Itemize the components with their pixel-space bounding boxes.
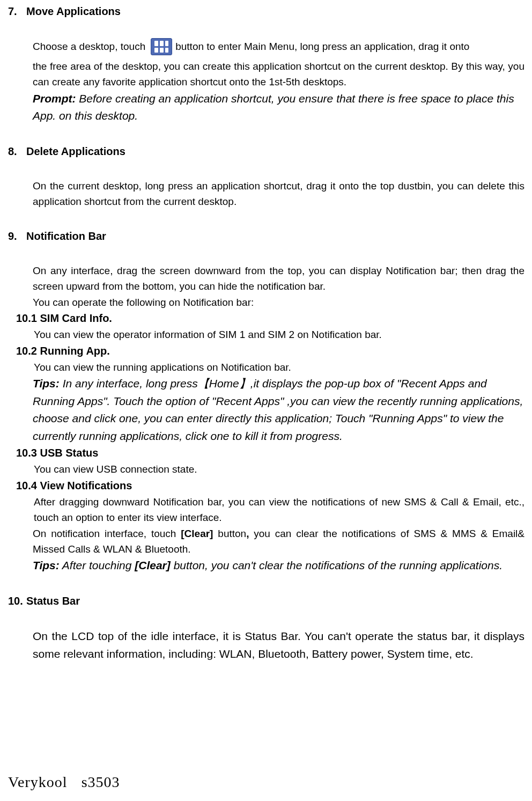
- section-7-body: Choose a desktop, touch button to enter …: [8, 20, 524, 125]
- clear-label: [Clear]: [181, 528, 213, 539]
- footer-model: Verykool s3503: [8, 770, 120, 793]
- tips-text-a: After touching: [60, 559, 135, 571]
- heading-delete-applications: 8.Delete Applications: [8, 140, 524, 160]
- para-9-1: On any interface, drag the screen downwa…: [33, 263, 524, 295]
- prompt-7: Prompt: Before creating an application s…: [33, 90, 524, 125]
- tips-label: Tips:: [33, 377, 60, 390]
- tips-10-2-wrap: Tips: In any interface, long press【Home】…: [8, 375, 524, 445]
- heading-running-app: 10.2 Running App.: [8, 343, 524, 359]
- para-10: On the LCD top of the idle interface, it…: [33, 628, 524, 663]
- text-before-icon: Choose a desktop, touch: [33, 39, 145, 54]
- section-10-4-body2: On notification interface, touch [Clear]…: [8, 526, 524, 575]
- tips-10-4: Tips: After touching [Clear] button, you…: [33, 557, 524, 575]
- para-8-1: On the current desktop, long press an ap…: [33, 178, 524, 210]
- txt-a: On notification interface, touch: [33, 528, 181, 539]
- heading-number: 8.: [8, 143, 26, 160]
- tips-label: Tips:: [33, 559, 60, 571]
- heading-text: Move Applications: [26, 5, 121, 17]
- section-9-body: On any interface, drag the screen downwa…: [8, 245, 524, 310]
- heading-text: Status Bar: [26, 595, 80, 607]
- heading-number: 9.: [8, 228, 26, 245]
- heading-usb-status: 10.3 USB Status: [8, 445, 524, 461]
- para-10-4a: After dragging downward Notification bar…: [34, 494, 524, 526]
- para-10-1: You can view the operator information of…: [34, 327, 524, 342]
- main-menu-icon: [151, 38, 172, 55]
- txt-b: button: [213, 528, 246, 539]
- para-10-2: You can view the running applications on…: [34, 359, 524, 375]
- heading-sim-card-info: 10.1 SIM Card Info.: [8, 310, 524, 327]
- tips-text: In any interface, long press【Home】,it di…: [33, 377, 523, 442]
- heading-text: Notification Bar: [26, 230, 106, 242]
- text-after-icon: button to enter Main Menu, long press an…: [175, 39, 469, 54]
- section-10-body: On the LCD top of the idle interface, it…: [8, 609, 524, 663]
- heading-notification-bar: 9.Notification Bar: [8, 225, 524, 245]
- section-10-1-body: You can view the operator information of…: [8, 327, 524, 342]
- tips-clear: [Clear]: [135, 559, 171, 571]
- prompt-text: Before creating an application shortcut,…: [33, 92, 514, 122]
- para-with-icon: Choose a desktop, touch button to enter …: [33, 38, 524, 55]
- para-10-4b: On notification interface, touch [Clear]…: [33, 526, 524, 557]
- prompt-label: Prompt:: [33, 92, 76, 105]
- heading-text: Delete Applications: [26, 145, 125, 157]
- tips-10-2: Tips: In any interface, long press【Home】…: [33, 375, 524, 445]
- section-8-body: On the current desktop, long press an ap…: [8, 160, 524, 210]
- para-9-2: You can operate the following on Notific…: [33, 295, 524, 310]
- section-10-2-body: You can view the running applications on…: [8, 359, 524, 375]
- tips-text-b: button, you can't clear the notification…: [171, 559, 503, 571]
- apps-grid-icon: [151, 38, 172, 55]
- section-10-4-body: After dragging downward Notification bar…: [8, 494, 524, 526]
- para-7-2: the free area of the desktop, you can cr…: [33, 58, 524, 90]
- heading-move-applications: 7.Move Applications: [8, 0, 524, 20]
- para-10-3: You can view USB connection state.: [34, 461, 524, 477]
- heading-view-notifications: 10.4 View Notifications: [8, 477, 524, 494]
- section-10-3-body: You can view USB connection state.: [8, 461, 524, 477]
- content-area: 7.Move Applications Choose a desktop, to…: [0, 0, 532, 663]
- heading-status-bar: 10.Status Bar: [8, 590, 524, 609]
- heading-number: 7.: [8, 3, 26, 20]
- page: 7.Move Applications Choose a desktop, to…: [0, 0, 532, 801]
- heading-number: 10.: [8, 593, 26, 609]
